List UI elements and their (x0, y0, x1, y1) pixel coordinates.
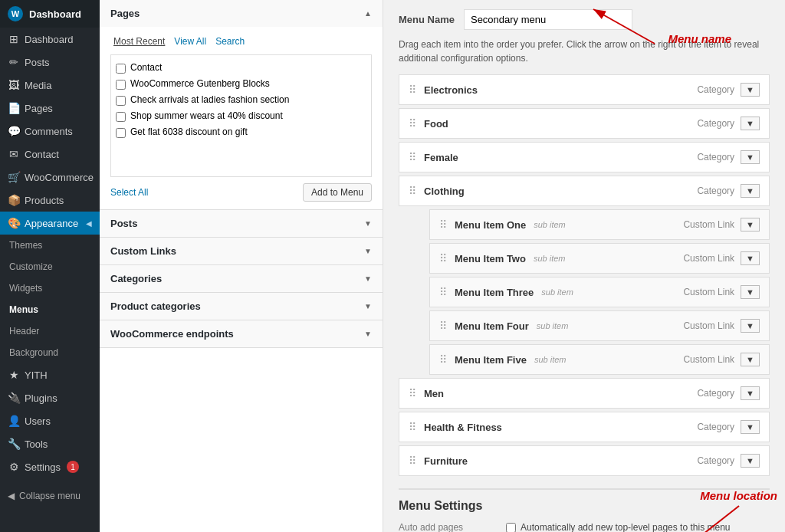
drag-handle-icon[interactable]: ⠿ (409, 151, 416, 163)
menu-item-clothing-right: Category ▼ (697, 184, 760, 198)
menu-item-five-dropdown[interactable]: ▼ (741, 353, 760, 366)
tools-icon: 🔧 (8, 438, 20, 450)
product-categories-section-header[interactable]: Product categories ▼ (100, 293, 383, 320)
menu-item-three-type: Custom Link (683, 287, 734, 297)
menu-item-female-left: ⠿ Female (409, 151, 458, 163)
categories-chevron-icon: ▼ (364, 274, 372, 283)
add-to-menu-button[interactable]: Add to Menu (303, 183, 372, 202)
sidebar-item-contact[interactable]: ✉ Contact (0, 143, 100, 166)
drag-handle-icon[interactable]: ⠿ (409, 84, 416, 96)
sidebar-item-woocommerce[interactable]: 🛒 WooCommerce (0, 166, 100, 189)
auto-add-label: Auto add pages (399, 522, 491, 532)
sidebar-item-comments[interactable]: 💬 Comments (0, 120, 100, 143)
sidebar-item-posts[interactable]: ✏ Posts (0, 51, 100, 74)
menu-item-electronics-dropdown[interactable]: ▼ (741, 83, 760, 97)
sidebar-item-label: Pages (25, 103, 53, 114)
sidebar-item-products[interactable]: 📦 Products (0, 189, 100, 212)
menu-item-two-dropdown[interactable]: ▼ (741, 251, 760, 265)
menu-item-four: ⠿ Menu Item Four sub item Custom Link ▼ (429, 310, 770, 341)
drag-handle-icon[interactable]: ⠿ (409, 421, 416, 433)
sidebar-item-widgets[interactable]: Widgets (0, 277, 100, 299)
page-item-flat-discount: Get flat 6038 discount on gift (116, 124, 366, 140)
drag-handle-icon[interactable]: ⠿ (439, 286, 447, 298)
menu-item-five-title: Menu Item Five (455, 354, 527, 366)
sidebar-item-media[interactable]: 🖼 Media (0, 74, 100, 97)
sidebar-item-menus[interactable]: Menus (0, 299, 100, 320)
menu-item-furniture-dropdown[interactable]: ▼ (741, 454, 760, 468)
drag-handle-icon[interactable]: ⠿ (409, 185, 416, 197)
drag-handle-icon[interactable]: ⠿ (409, 455, 416, 467)
collapse-menu-button[interactable]: ◀ Collapse menu (0, 478, 100, 507)
sidebar-item-settings[interactable]: ⚙ Settings 1 (0, 455, 100, 478)
drag-handle-icon[interactable]: ⠿ (439, 252, 447, 264)
drag-handle-icon[interactable]: ⠿ (439, 320, 447, 332)
page-checkbox-ladies-fashion[interactable] (116, 96, 126, 106)
appearance-icon: 🎨 (8, 217, 20, 229)
menu-item-health-fitness-type: Category (697, 422, 734, 432)
users-icon: 👤 (8, 415, 20, 427)
page-checkbox-flat-discount[interactable] (116, 128, 126, 138)
posts-section-header[interactable]: Posts ▼ (100, 210, 383, 237)
sidebar-item-label: YITH (25, 369, 48, 381)
sidebar-item-label: WooCommerce (25, 172, 94, 183)
menu-item-one-dropdown[interactable]: ▼ (741, 218, 760, 232)
sidebar-item-plugins[interactable]: 🔌 Plugins (0, 386, 100, 409)
menu-item-three: ⠿ Menu Item Three sub item Custom Link ▼ (429, 277, 770, 307)
page-item-ladies-fashion: Check arrivals at ladies fashion section (116, 92, 366, 108)
menu-item-three-right: Custom Link ▼ (683, 285, 760, 299)
sidebar-item-label: Posts (25, 57, 50, 68)
menu-item-five-type: Custom Link (683, 354, 734, 365)
settings-badge: 1 (67, 461, 79, 473)
page-checkbox-summer-wears[interactable] (116, 112, 126, 122)
menu-item-food-dropdown[interactable]: ▼ (741, 117, 760, 130)
menu-item-men-dropdown[interactable]: ▼ (741, 386, 760, 400)
menu-item-health-fitness-dropdown[interactable]: ▼ (741, 420, 760, 434)
sidebar-item-customize[interactable]: Customize (0, 256, 100, 277)
page-checkbox-contact[interactable] (116, 64, 126, 74)
comments-icon: 💬 (8, 125, 20, 137)
sidebar-item-users[interactable]: 👤 Users (0, 409, 100, 432)
categories-section-header[interactable]: Categories ▼ (100, 265, 383, 292)
categories-title: Categories (110, 273, 162, 284)
menu-item-three-dropdown[interactable]: ▼ (741, 285, 760, 299)
sidebar-item-header[interactable]: Header (0, 320, 100, 342)
menu-items-list: ⠿ Electronics Category ▼ ⠿ Food Ca (399, 74, 770, 476)
select-all-link[interactable]: Select All (110, 187, 148, 198)
menu-item-electronics-title: Electronics (424, 84, 478, 96)
menu-item-five-left: ⠿ Menu Item Five sub item (439, 353, 567, 366)
sidebar-item-background[interactable]: Background (0, 342, 100, 363)
menu-location-arrow-svg (670, 502, 747, 532)
drag-handle-icon[interactable]: ⠿ (409, 117, 416, 130)
sidebar-item-label: Settings (25, 461, 61, 473)
menu-item-female-dropdown[interactable]: ▼ (741, 150, 760, 164)
sidebar-item-dashboard[interactable]: ⊞ Dashboard (0, 28, 100, 51)
woocommerce-endpoints-section-header[interactable]: WooCommerce endpoints ▼ (100, 320, 383, 347)
sidebar-item-yith[interactable]: ★ YITH (0, 363, 100, 386)
menu-item-clothing-type: Category (697, 186, 734, 196)
pages-section-header[interactable]: Pages ▲ (100, 0, 383, 27)
menu-item-four-dropdown[interactable]: ▼ (741, 319, 760, 333)
main-content: Pages ▲ Most Recent View All Search Cont… (100, 0, 785, 532)
menu-item-two-title: Menu Item Two (455, 253, 526, 264)
menus-label: Menus (9, 304, 38, 315)
sidebar-item-appearance[interactable]: 🎨 Appearance ◀ (0, 212, 100, 235)
custom-links-section-header[interactable]: Custom Links ▼ (100, 238, 383, 264)
menu-item-electronics-left: ⠿ Electronics (409, 84, 478, 96)
drag-handle-icon[interactable]: ⠿ (439, 353, 447, 366)
drag-handle-icon[interactable]: ⠿ (439, 218, 447, 231)
menu-item-food-right: Category ▼ (697, 117, 760, 130)
appearance-arrow: ◀ (86, 219, 92, 228)
tab-search[interactable]: Search (212, 34, 248, 48)
page-checkbox-woo-gutenberg[interactable] (116, 80, 126, 90)
drag-handle-icon[interactable]: ⠿ (409, 387, 416, 399)
tab-most-recent[interactable]: Most Recent (110, 34, 168, 48)
sidebar-item-tools[interactable]: 🔧 Tools (0, 432, 100, 455)
menu-item-clothing-dropdown[interactable]: ▼ (741, 184, 760, 198)
auto-add-checkbox[interactable] (506, 523, 516, 533)
tab-view-all[interactable]: View All (171, 34, 209, 48)
menu-item-four-title: Menu Item Four (455, 320, 529, 332)
page-item-summer-wears: Shop summer wears at 40% discount (116, 108, 366, 124)
sidebar-item-pages[interactable]: 📄 Pages (0, 97, 100, 120)
sidebar-item-themes[interactable]: Themes (0, 235, 100, 256)
product-categories-section: Product categories ▼ (100, 293, 383, 320)
